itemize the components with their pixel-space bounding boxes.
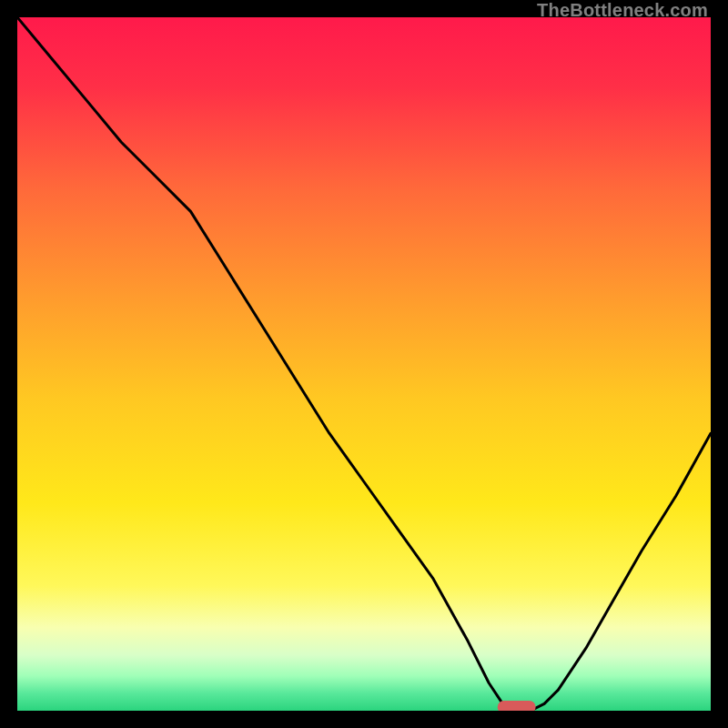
chart-frame: [17, 17, 711, 711]
watermark-text: TheBottleneck.com: [537, 0, 708, 21]
bottleneck-chart: [17, 17, 711, 711]
gradient-background: [17, 17, 711, 711]
optimal-marker: [498, 701, 536, 711]
